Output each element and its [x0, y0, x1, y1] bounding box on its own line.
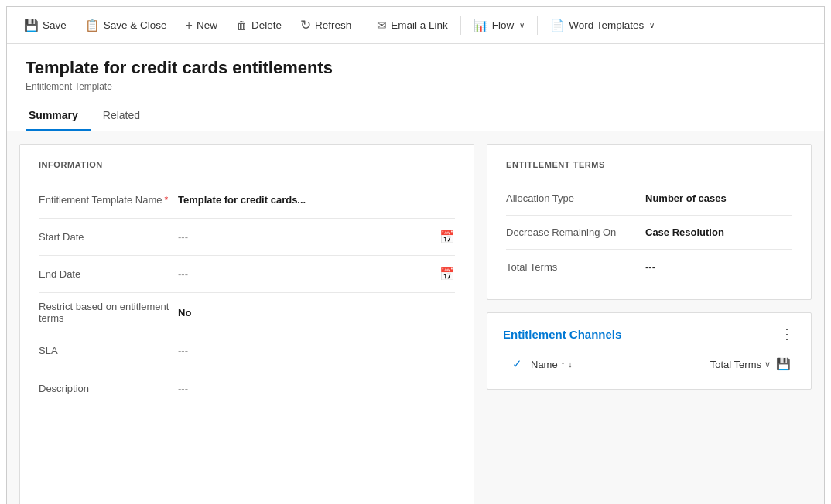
delete-icon: 🗑	[236, 19, 248, 32]
entitlement-channels-card: Entitlement Channels ⋮ ✓ Name ↑ ↓ Total …	[487, 312, 812, 390]
check-icon: ✓	[512, 357, 522, 371]
tab-summary[interactable]: Summary	[26, 101, 91, 131]
page-header: Template for credit cards entitlements E…	[7, 44, 824, 92]
new-icon: +	[186, 19, 193, 32]
terms-row-decrease: Decrease Remaining On Case Resolution	[506, 216, 792, 250]
field-label-sla: SLA	[39, 345, 178, 356]
field-label-start-date: Start Date	[39, 231, 178, 243]
field-label-end-date: End Date	[39, 268, 178, 280]
field-restrict: Restrict based on entitlement terms No	[39, 293, 455, 332]
field-template-name: Entitlement Template Name * Template for…	[39, 182, 455, 219]
flow-icon: 📊	[474, 19, 488, 32]
terms-value-total[interactable]: ---	[645, 261, 792, 273]
channels-name-label: Name	[531, 359, 558, 370]
flow-button[interactable]: 📊 Flow ∨	[466, 14, 533, 37]
information-card: INFORMATION Entitlement Template Name * …	[19, 144, 474, 504]
sort-desc-icon[interactable]: ↓	[568, 359, 573, 369]
delete-button[interactable]: 🗑 Delete	[228, 14, 289, 36]
save-close-icon: 📋	[85, 19, 100, 32]
channels-save-icon[interactable]: 💾	[776, 357, 791, 371]
terms-label-allocation: Allocation Type	[506, 192, 645, 204]
word-templates-icon: 📄	[550, 19, 565, 32]
channels-title: Entitlement Channels	[503, 328, 621, 341]
toolbar-separator-1	[364, 16, 364, 35]
word-templates-chevron-icon: ∨	[649, 21, 655, 29]
content-area: INFORMATION Entitlement Template Name * …	[7, 131, 824, 504]
terms-label-decrease: Decrease Remaining On	[506, 226, 645, 238]
refresh-button[interactable]: ↻ Refresh	[292, 12, 359, 38]
field-start-date: Start Date --- 📅	[39, 219, 455, 256]
end-date-calendar-icon[interactable]: 📅	[439, 267, 455, 281]
refresh-icon: ↻	[300, 17, 311, 33]
field-value-description[interactable]: ---	[178, 383, 455, 394]
field-label-restrict: Restrict based on entitlement terms	[39, 301, 178, 324]
terms-label-total: Total Terms	[506, 261, 645, 273]
channels-total-label: Total Terms	[710, 359, 761, 370]
field-value-end-date[interactable]: --- 📅	[178, 267, 455, 281]
field-description: Description ---	[39, 369, 455, 407]
field-value-template-name[interactable]: Template for credit cards...	[178, 194, 455, 206]
channels-table-header: ✓ Name ↑ ↓ Total Terms ∨ 💾	[503, 352, 795, 376]
channels-total-col[interactable]: Total Terms ∨	[662, 359, 771, 370]
right-column: ENTITLEMENT TERMS Allocation Type Number…	[487, 144, 812, 504]
terms-value-decrease[interactable]: Case Resolution	[645, 226, 792, 238]
channels-save-col: 💾	[771, 357, 795, 371]
tabs: Summary Related	[7, 101, 824, 131]
sort-asc-icon[interactable]: ↑	[561, 359, 566, 369]
field-end-date: End Date --- 📅	[39, 256, 455, 293]
channels-name-col[interactable]: Name ↑ ↓	[531, 359, 662, 370]
save-close-button[interactable]: 📋 Save & Close	[77, 14, 175, 37]
terms-value-allocation[interactable]: Number of cases	[645, 192, 792, 204]
entitlement-terms-title: ENTITLEMENT TERMS	[506, 160, 792, 169]
information-section-title: INFORMATION	[39, 160, 455, 169]
entitlement-terms-card: ENTITLEMENT TERMS Allocation Type Number…	[487, 144, 812, 300]
toolbar-separator-3	[537, 16, 538, 35]
field-value-start-date[interactable]: --- 📅	[178, 230, 455, 244]
channels-more-icon[interactable]: ⋮	[780, 325, 795, 342]
page-subtitle: Entitlement Template	[26, 81, 805, 92]
toolbar: 💾 Save 📋 Save & Close + New 🗑 Delete ↻ R…	[7, 7, 824, 44]
channels-header: Entitlement Channels ⋮	[503, 325, 795, 342]
tab-related[interactable]: Related	[100, 101, 152, 131]
field-sla: SLA ---	[39, 332, 455, 369]
field-label-template-name: Entitlement Template Name *	[39, 194, 178, 206]
flow-chevron-icon: ∨	[519, 21, 525, 29]
terms-row-allocation: Allocation Type Number of cases	[506, 182, 792, 216]
terms-row-total: Total Terms ---	[506, 250, 792, 284]
field-value-restrict[interactable]: No	[178, 307, 455, 318]
save-button[interactable]: 💾 Save	[16, 14, 74, 37]
word-templates-button[interactable]: 📄 Word Templates ∨	[542, 14, 662, 37]
email-icon: ✉	[377, 19, 387, 32]
start-date-calendar-icon[interactable]: 📅	[439, 230, 455, 244]
new-button[interactable]: + New	[178, 14, 225, 37]
channels-check-col: ✓	[503, 357, 531, 371]
page-title: Template for credit cards entitlements	[26, 58, 805, 78]
total-terms-chevron-icon[interactable]: ∨	[764, 359, 771, 369]
email-link-button[interactable]: ✉ Email a Link	[369, 14, 456, 37]
required-indicator: *	[164, 195, 168, 206]
toolbar-separator-2	[460, 16, 461, 35]
save-icon: 💾	[24, 19, 39, 32]
field-value-sla[interactable]: ---	[178, 345, 455, 356]
field-label-description: Description	[39, 383, 178, 394]
